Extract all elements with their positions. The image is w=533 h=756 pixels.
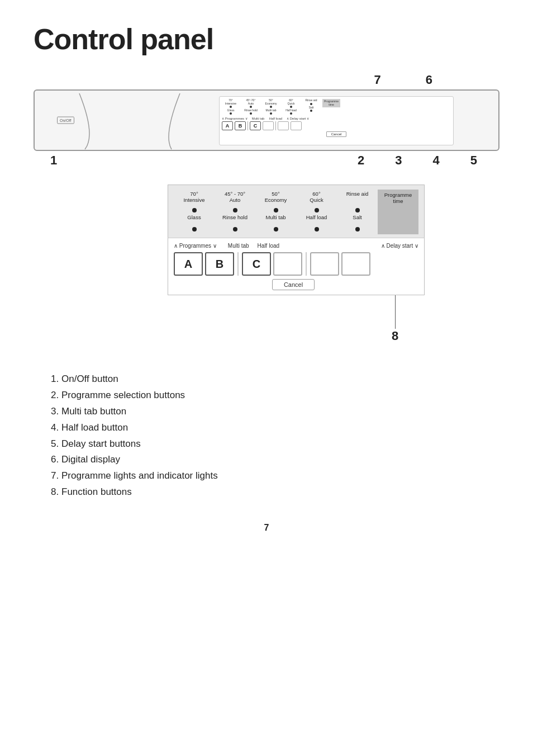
multitab-label: Multi tab <box>228 243 249 249</box>
mini-control-panel: 70°Intensive Glass 45°-70°Auto Rinse hol… <box>219 96 454 145</box>
light-dot-glass <box>192 227 197 231</box>
list-item-6: Digital display <box>61 452 499 468</box>
page-number: 7 <box>34 523 499 533</box>
light-label-rinse-hold: Rinse hold <box>216 214 254 225</box>
label-1: 1 <box>50 153 57 168</box>
light-dot-intensive <box>192 208 197 212</box>
list-item-3: Multi tab button <box>61 404 499 420</box>
delaystart-label: ∧ Delay start ∨ <box>381 243 418 249</box>
vert-line <box>395 295 396 329</box>
button-b[interactable]: B <box>205 252 234 276</box>
label-7: 7 <box>374 73 381 87</box>
light-dot-halfload <box>315 227 319 231</box>
light-dot-auto <box>233 208 237 212</box>
button-func-2[interactable] <box>310 252 339 276</box>
list-item-5: Delay start buttons <box>61 436 499 452</box>
light-cell-progtime: Programme time <box>378 190 418 234</box>
light-dot-quick <box>315 208 319 212</box>
label-5: 5 <box>470 153 477 168</box>
light-label-salt: Salt <box>338 214 377 225</box>
light-cell-rinseaid: Rinse aid Salt <box>337 190 378 234</box>
enlarged-control-panel: 70° Intensive Glass 45° - 70° Auto Rinse… <box>168 185 425 295</box>
button-divider-2 <box>306 252 307 276</box>
func-labels-row: ∧ Programmes ∨ Multi tab Half load ∧ Del… <box>174 243 418 249</box>
light-label-progtime: Programme time <box>380 192 416 204</box>
lights-grid: 70° Intensive Glass 45° - 70° Auto Rinse… <box>168 185 425 238</box>
light-cell-economy: 50° Economy Multi tab <box>255 190 296 234</box>
button-func-3[interactable] <box>341 252 370 276</box>
light-dot-multitab <box>274 227 278 231</box>
page-title: Control panel <box>34 22 499 56</box>
light-label-multitab: Multi tab <box>256 214 295 225</box>
light-label-quick: 60° Quick <box>297 191 336 206</box>
cancel-button[interactable]: Cancel <box>272 279 315 290</box>
button-func-1[interactable] <box>273 252 302 276</box>
light-label-intensive: 70° Intensive <box>175 191 213 206</box>
list-item-4: Half load button <box>61 420 499 436</box>
list-item-2: Programme selection buttons <box>61 388 499 404</box>
button-a[interactable]: A <box>174 252 203 276</box>
list-item-7: Programme lights and indicator lights <box>61 468 499 484</box>
numbered-list: On/Off button Programme selection button… <box>34 371 499 500</box>
light-cell-quick: 60° Quick Half load <box>296 190 337 234</box>
cancel-row: Cancel <box>168 279 418 290</box>
label-2: 2 <box>358 153 364 168</box>
light-cell-auto: 45° - 70° Auto Rinse hold <box>215 190 255 234</box>
light-dot-rinseaid <box>355 208 360 212</box>
list-item-1: On/Off button <box>61 371 499 388</box>
light-cell-intensive: 70° Intensive Glass <box>174 190 215 234</box>
buttons-row: A B C <box>174 252 418 276</box>
label8-connector: 8 <box>291 295 499 343</box>
light-dot-rinse-hold <box>233 227 237 231</box>
light-label-halfload: Half load <box>297 214 336 225</box>
label-4: 4 <box>433 153 440 168</box>
label-6: 6 <box>426 73 432 87</box>
light-label-glass: Glass <box>175 214 213 225</box>
programmes-label: ∧ Programmes ∨ <box>174 243 217 249</box>
light-dot-salt <box>355 227 360 231</box>
light-label-auto: 45° - 70° Auto <box>216 191 254 206</box>
buttons-section: ∧ Programmes ∨ Multi tab Half load ∧ Del… <box>168 238 425 295</box>
light-label-rinseaid: Rinse aid <box>338 191 377 206</box>
panel-illustration: On/Off 70°Intensive Glass 45°-70°Auto Ri <box>34 89 499 151</box>
label-8: 8 <box>392 329 398 343</box>
light-label-economy: 50° Economy <box>256 191 295 206</box>
halfload-label: Half load <box>258 243 279 249</box>
light-dot-economy <box>274 208 278 212</box>
list-item-8: Function buttons <box>61 484 499 500</box>
label-3: 3 <box>395 153 402 168</box>
button-divider-1 <box>237 252 239 276</box>
button-c[interactable]: C <box>242 252 271 276</box>
